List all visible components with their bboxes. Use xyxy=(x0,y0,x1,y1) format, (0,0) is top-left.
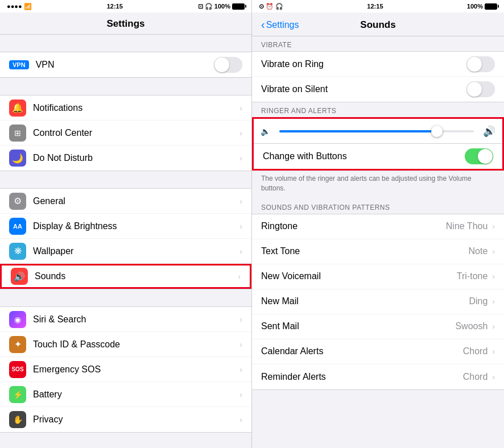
vibrate-group: Vibrate on Ring Vibrate on Silent xyxy=(252,51,504,102)
battery-percent-right: 100% xyxy=(467,3,483,10)
sounds-label: Sounds xyxy=(35,271,236,281)
new-voicemail-row[interactable]: New Voicemail Tri-tone › xyxy=(252,264,504,289)
general-row[interactable]: ⚙ General › xyxy=(0,189,251,214)
left-time: 12:15 xyxy=(107,3,123,10)
vibrate-silent-toggle[interactable] xyxy=(466,81,495,97)
siri-label: Siri & Search xyxy=(33,314,237,325)
left-header: Settings xyxy=(0,13,251,35)
new-mail-value: Ding xyxy=(469,296,488,306)
siri-search-row[interactable]: ◉ Siri & Search › xyxy=(0,307,251,332)
emergency-sos-label: Emergency SOS xyxy=(33,364,237,375)
vpn-toggle[interactable] xyxy=(214,57,242,73)
notifications-label: Notifications xyxy=(33,103,237,113)
emergency-sos-icon: SOS xyxy=(9,361,26,378)
right-status-bar: ⊙ ⏰ 🎧 12:15 100% xyxy=(252,0,504,13)
do-not-disturb-row[interactable]: 🌙 Do Not Disturb › xyxy=(0,146,251,171)
vpn-badge: VPN xyxy=(9,60,29,69)
left-panel: Settings VPN VPN 🔔 xyxy=(0,13,252,448)
chevron-icon: › xyxy=(492,372,495,381)
control-center-label: Control Center xyxy=(33,128,237,138)
new-mail-label: New Mail xyxy=(261,296,469,306)
headphone-icon-right: 🎧 xyxy=(275,3,283,10)
wallpaper-row[interactable]: ❋ Wallpaper › xyxy=(0,239,251,264)
chevron-icon: › xyxy=(239,340,242,349)
battery-row[interactable]: ⚡ Battery › xyxy=(0,382,251,407)
text-tone-row[interactable]: Text Tone Note › xyxy=(252,239,504,264)
chevron-icon: › xyxy=(492,322,495,331)
text-tone-label: Text Tone xyxy=(261,246,469,256)
back-chevron-icon: ‹ xyxy=(261,18,265,31)
battery-percent-left: 100% xyxy=(214,3,230,10)
reminder-alerts-label: Reminder Alerts xyxy=(261,372,463,382)
battery-label: Battery xyxy=(33,389,237,400)
change-with-buttons-row[interactable]: Change with Buttons xyxy=(254,144,502,169)
chevron-icon: › xyxy=(239,247,242,256)
chevron-icon: › xyxy=(239,197,242,206)
vibrate-ring-toggle[interactable] xyxy=(466,56,495,72)
group-general: ⚙ General › AA Display & Brightness › ❋ xyxy=(0,188,251,289)
general-label: General xyxy=(33,196,237,206)
do-not-disturb-icon: 🌙 xyxy=(9,150,26,167)
chevron-icon: › xyxy=(239,365,242,374)
volume-slider-row[interactable]: 🔈 🔊 xyxy=(254,119,502,144)
sounds-row[interactable]: 🔊 Sounds › xyxy=(0,264,251,289)
right-content: VIBRATE Vibrate on Ring Vibrate on Silen… xyxy=(252,36,504,448)
back-button[interactable]: ‹ Settings xyxy=(261,18,299,31)
volume-slider-track[interactable] xyxy=(279,130,474,132)
chevron-icon: › xyxy=(239,154,242,163)
slider-thumb[interactable] xyxy=(431,126,443,137)
chevron-icon: › xyxy=(239,222,242,231)
general-icon: ⚙ xyxy=(9,193,26,210)
ringtone-label: Ringtone xyxy=(261,221,446,231)
chevron-icon: › xyxy=(238,272,241,281)
vibrate-ring-row[interactable]: Vibrate on Ring xyxy=(252,52,504,77)
emergency-sos-row[interactable]: SOS Emergency SOS › xyxy=(0,357,251,382)
change-with-buttons-toggle[interactable] xyxy=(465,148,493,164)
change-with-buttons-label: Change with Buttons xyxy=(263,151,465,161)
battery-row-icon: ⚡ xyxy=(9,386,26,403)
chevron-icon: › xyxy=(239,315,242,324)
do-not-disturb-label: Do Not Disturb xyxy=(33,153,237,163)
reminder-alerts-row[interactable]: Reminder Alerts Chord › xyxy=(252,364,504,389)
sent-mail-value: Swoosh xyxy=(455,321,488,331)
display-brightness-label: Display & Brightness xyxy=(33,221,237,231)
group-siri: ◉ Siri & Search › ✦ Touch ID & Passcode … xyxy=(0,306,251,433)
calendar-alerts-value: Chord xyxy=(463,346,488,356)
sent-mail-label: Sent Mail xyxy=(261,321,455,331)
touch-id-icon: ✦ xyxy=(9,336,26,353)
control-center-row[interactable]: ⊞ Control Center › xyxy=(0,121,251,146)
settings-list: VPN VPN 🔔 Notifications › xyxy=(0,35,251,448)
sent-mail-row[interactable]: Sent Mail Swoosh › xyxy=(252,314,504,339)
right-panel: ‹ Settings Sounds VIBRATE Vibrate on Rin… xyxy=(252,13,504,448)
vibrate-silent-row[interactable]: Vibrate on Silent xyxy=(252,77,504,102)
ringtone-value: Nine Thou xyxy=(446,221,488,231)
vpn-group: VPN VPN xyxy=(0,52,251,78)
slider-fill xyxy=(279,130,435,132)
ringer-info-text: The volume of the ringer and alerts can … xyxy=(252,171,504,199)
sound-items-group: Ringtone Nine Thou › Text Tone Note › Ne… xyxy=(252,214,504,390)
reminder-alerts-value: Chord xyxy=(463,372,488,382)
right-battery-icons: 100% xyxy=(467,3,497,10)
privacy-row[interactable]: ✋ Privacy › xyxy=(0,407,251,432)
vibrate-ring-label: Vibrate on Ring xyxy=(261,59,466,69)
wifi-icon: 📶 xyxy=(24,3,32,10)
airplay-icon: ⊡ xyxy=(198,3,203,10)
chevron-icon: › xyxy=(492,222,495,231)
battery-icon-right xyxy=(485,3,497,10)
notifications-row[interactable]: 🔔 Notifications › xyxy=(0,96,251,121)
sounds-icon: 🔊 xyxy=(11,268,28,285)
privacy-label: Privacy xyxy=(33,414,237,425)
display-brightness-row[interactable]: AA Display & Brightness › xyxy=(0,214,251,239)
siri-icon: ◉ xyxy=(9,311,26,328)
ringtone-row[interactable]: Ringtone Nine Thou › xyxy=(252,214,504,239)
chevron-icon: › xyxy=(239,128,242,138)
new-mail-row[interactable]: New Mail Ding › xyxy=(252,289,504,314)
calendar-alerts-row[interactable]: Calendar Alerts Chord › xyxy=(252,339,504,364)
touch-id-row[interactable]: ✦ Touch ID & Passcode › xyxy=(0,332,251,357)
right-header: ‹ Settings Sounds xyxy=(252,13,504,36)
vibrate-section-header: VIBRATE xyxy=(252,36,504,51)
vpn-row[interactable]: VPN VPN xyxy=(0,52,251,77)
chevron-icon: › xyxy=(492,272,495,281)
privacy-icon: ✋ xyxy=(9,411,26,428)
right-time: 12:15 xyxy=(367,3,383,10)
